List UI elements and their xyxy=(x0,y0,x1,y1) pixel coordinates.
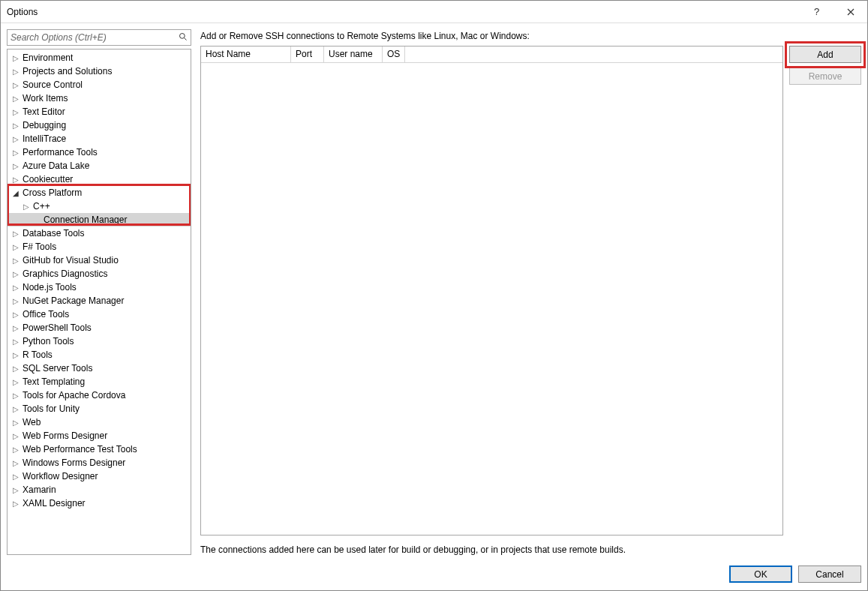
tree-item-environment[interactable]: ▷Environment xyxy=(8,51,191,64)
chevron-right-icon[interactable]: ▷ xyxy=(11,230,21,238)
tree-item-tools-for-apache-cordova[interactable]: ▷Tools for Apache Cordova xyxy=(8,388,191,402)
tree-item-label: C++ xyxy=(32,201,50,212)
tree-item-windows-forms-designer[interactable]: ▷Windows Forms Designer xyxy=(8,456,191,470)
chevron-right-icon[interactable]: ▷ xyxy=(11,405,21,413)
chevron-right-icon[interactable]: ▷ xyxy=(11,284,21,292)
tree-item-label: Cookiecutter xyxy=(21,174,73,184)
tree-item-xaml-designer[interactable]: ▷XAML Designer xyxy=(8,496,191,510)
tree-item-r-tools[interactable]: ▷R Tools xyxy=(8,348,191,362)
chevron-right-icon[interactable]: ▷ xyxy=(11,81,21,89)
tree-item-label: NuGet Package Manager xyxy=(21,296,124,306)
chevron-right-icon[interactable]: ▷ xyxy=(21,202,32,211)
cancel-button[interactable]: Cancel xyxy=(798,566,861,583)
tree-item-source-control[interactable]: ▷Source Control xyxy=(8,78,191,92)
tree-item-web-forms-designer[interactable]: ▷Web Forms Designer xyxy=(8,429,191,442)
chevron-right-icon[interactable]: ▷ xyxy=(11,162,21,170)
chevron-right-icon[interactable]: ▷ xyxy=(11,54,21,62)
tree-item-powershell-tools[interactable]: ▷PowerShell Tools xyxy=(8,321,191,334)
connections-table[interactable]: Host NamePortUser nameOS xyxy=(200,46,783,536)
chevron-right-icon[interactable]: ▷ xyxy=(11,122,21,130)
ok-button[interactable]: OK xyxy=(729,566,792,583)
tree-item-database-tools[interactable]: ▷Database Tools xyxy=(8,226,191,240)
tree-item-label: Web Performance Test Tools xyxy=(21,444,137,454)
tree-item-azure-data-lake[interactable]: ▷Azure Data Lake xyxy=(8,159,191,172)
tree-item-web-performance-test-tools[interactable]: ▷Web Performance Test Tools xyxy=(8,442,191,456)
tree-item-cookiecutter[interactable]: ▷Cookiecutter xyxy=(8,172,191,186)
tree-item-web[interactable]: ▷Web xyxy=(8,416,191,429)
tree-item-connection-manager[interactable]: Connection Manager xyxy=(8,213,191,226)
svg-point-0 xyxy=(180,33,185,38)
chevron-right-icon[interactable]: ▷ xyxy=(11,94,21,103)
tree-item-projects-and-solutions[interactable]: ▷Projects and Solutions xyxy=(8,64,191,78)
tree-item-performance-tools[interactable]: ▷Performance Tools xyxy=(8,146,191,159)
tree-item-intellitrace[interactable]: ▷IntelliTrace xyxy=(8,132,191,146)
tree-item-label: Database Tools xyxy=(21,228,85,238)
chevron-right-icon[interactable]: ▷ xyxy=(11,256,21,265)
close-icon xyxy=(847,8,854,16)
tree-item-cross-platform[interactable]: ◢Cross Platform xyxy=(8,186,191,200)
options-dialog: Options ? ▷Environment▷Projects and Solu… xyxy=(0,0,868,591)
tree-item-graphics-diagnostics[interactable]: ▷Graphics Diagnostics xyxy=(8,267,191,280)
chevron-right-icon[interactable]: ▷ xyxy=(11,472,21,481)
tree-item-c-[interactable]: ▷C++ xyxy=(8,200,191,213)
chevron-right-icon[interactable]: ▷ xyxy=(11,432,21,440)
tree-item-xamarin[interactable]: ▷Xamarin xyxy=(8,483,191,496)
tree-item-sql-server-tools[interactable]: ▷SQL Server Tools xyxy=(8,362,191,375)
chevron-right-icon[interactable]: ▷ xyxy=(11,148,21,157)
chevron-right-icon[interactable]: ▷ xyxy=(11,446,21,454)
tree-item-text-editor[interactable]: ▷Text Editor xyxy=(8,105,191,118)
chevron-right-icon[interactable]: ▷ xyxy=(11,500,21,508)
search-input[interactable] xyxy=(8,31,176,44)
tree-item-label: Node.js Tools xyxy=(21,282,77,292)
chevron-right-icon[interactable]: ▷ xyxy=(11,108,21,116)
column-header-host-name[interactable]: Host Name xyxy=(201,46,291,62)
chevron-right-icon[interactable]: ▷ xyxy=(11,176,21,184)
chevron-right-icon[interactable]: ▷ xyxy=(11,270,21,278)
chevron-right-icon[interactable]: ▷ xyxy=(11,486,21,494)
tree-item-tools-for-unity[interactable]: ▷Tools for Unity xyxy=(8,402,191,416)
tree-item-f-tools[interactable]: ▷F# Tools xyxy=(8,240,191,254)
chevron-right-icon[interactable]: ▷ xyxy=(11,392,21,400)
tree-item-label: Office Tools xyxy=(21,309,69,320)
options-tree[interactable]: ▷Environment▷Projects and Solutions▷Sour… xyxy=(7,49,191,555)
tree-item-label: R Tools xyxy=(21,350,53,360)
tree-item-text-templating[interactable]: ▷Text Templating xyxy=(8,375,191,388)
chevron-right-icon[interactable]: ▷ xyxy=(11,459,21,467)
chevron-down-icon[interactable]: ◢ xyxy=(11,189,21,197)
tree-item-node-js-tools[interactable]: ▷Node.js Tools xyxy=(8,280,191,294)
chevron-right-icon[interactable]: ▷ xyxy=(11,364,21,373)
chevron-right-icon[interactable]: ▷ xyxy=(11,243,21,251)
search-box[interactable] xyxy=(7,29,191,46)
chevron-right-icon[interactable]: ▷ xyxy=(11,338,21,346)
chevron-right-icon[interactable]: ▷ xyxy=(11,68,21,76)
chevron-right-icon[interactable]: ▷ xyxy=(11,297,21,305)
tree-item-label: Python Tools xyxy=(21,336,74,346)
tree-item-github-for-visual-studio[interactable]: ▷GitHub for Visual Studio xyxy=(8,254,191,267)
tree-item-label: Workflow Designer xyxy=(21,471,98,482)
tree-item-label: Tools for Unity xyxy=(21,404,80,414)
tree-item-label: GitHub for Visual Studio xyxy=(21,255,119,266)
chevron-right-icon[interactable]: ▷ xyxy=(11,135,21,143)
tree-item-nuget-package-manager[interactable]: ▷NuGet Package Manager xyxy=(8,294,191,308)
help-button[interactable]: ? xyxy=(800,1,833,23)
chevron-right-icon[interactable]: ▷ xyxy=(11,324,21,332)
add-button[interactable]: Add xyxy=(789,46,861,63)
tree-item-office-tools[interactable]: ▷Office Tools xyxy=(8,308,191,321)
column-header-os[interactable]: OS xyxy=(383,46,405,62)
close-button[interactable] xyxy=(833,1,867,23)
tree-item-debugging[interactable]: ▷Debugging xyxy=(8,118,191,132)
tree-item-python-tools[interactable]: ▷Python Tools xyxy=(8,334,191,348)
tree-item-label: Cross Platform xyxy=(21,188,82,198)
tree-item-work-items[interactable]: ▷Work Items xyxy=(8,92,191,105)
tree-item-workflow-designer[interactable]: ▷Workflow Designer xyxy=(8,470,191,483)
chevron-right-icon[interactable]: ▷ xyxy=(11,418,21,427)
titlebar: Options ? xyxy=(1,1,867,23)
chevron-right-icon[interactable]: ▷ xyxy=(11,351,21,359)
column-header-user-name[interactable]: User name xyxy=(324,46,383,62)
tree-item-label: Text Templating xyxy=(21,376,85,387)
column-header-port[interactable]: Port xyxy=(291,46,324,62)
tree-item-label: IntelliTrace xyxy=(21,134,66,144)
tree-item-label: Web Forms Designer xyxy=(21,430,107,441)
chevron-right-icon[interactable]: ▷ xyxy=(11,310,21,319)
chevron-right-icon[interactable]: ▷ xyxy=(11,378,21,386)
